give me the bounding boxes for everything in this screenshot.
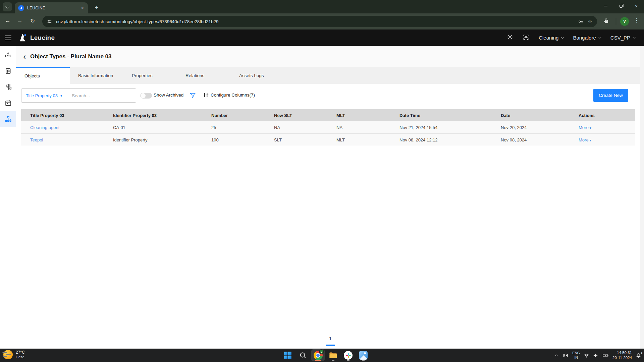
more-actions-dropdown[interactable]: More▾ (579, 137, 635, 142)
org-menu[interactable]: CSV_PP (610, 35, 635, 41)
desktop: LEUCINE × + × ← → ↻ csv.platform.leucine… (0, 0, 644, 362)
search-icon (299, 351, 307, 359)
taskbar-search-button[interactable] (296, 349, 310, 361)
taskbar: 27°C Haze V (0, 349, 644, 362)
sidebar-item-inbox[interactable] (0, 47, 16, 63)
object-title-link[interactable]: Cleaning agent (30, 125, 113, 130)
cell-number: 25 (211, 125, 274, 130)
page-title-row: ‹ Object Types - Plural Name 03 (16, 46, 640, 67)
inbox-tray-icon (5, 51, 12, 58)
lang-line1: ENG (572, 351, 580, 355)
sidebar-item-checklists[interactable] (0, 63, 16, 79)
chevron-down-icon (5, 4, 9, 8)
settings-gear-icon[interactable] (507, 34, 513, 42)
restore-button[interactable] (613, 0, 629, 12)
chevron-down-icon (598, 36, 601, 39)
hamburger-menu-icon[interactable] (5, 36, 11, 40)
sidebar-item-ontology[interactable] (0, 111, 16, 127)
sidebar-item-scheduler[interactable] (0, 95, 16, 111)
cell-date-time: Nov 08, 2024 12:12 (399, 137, 501, 142)
checklist-clipboard-icon (5, 67, 12, 74)
url-bar[interactable]: csv.platform.leucinetech.com/ontology/ob… (42, 16, 597, 27)
chrome-profile-badge: V (319, 349, 324, 354)
wifi-icon[interactable] (584, 353, 589, 358)
tab-properties[interactable]: Properties (123, 67, 177, 84)
use-case-label: Cleaning (539, 35, 558, 41)
volume-icon[interactable] (593, 353, 599, 358)
battery-icon[interactable] (602, 352, 609, 359)
password-key-icon[interactable] (578, 19, 584, 24)
back-chevron-icon[interactable]: ‹ (21, 52, 28, 61)
search-input[interactable] (67, 93, 136, 98)
browser-menu-icon[interactable]: ⋮ (634, 17, 639, 23)
taskbar-photos-button[interactable] (357, 349, 370, 361)
dnd-z-badge: z (641, 352, 643, 354)
configure-columns-button[interactable]: Configure Columns(7) (203, 92, 255, 98)
tab-label: Objects (24, 73, 40, 78)
use-case-menu[interactable]: Cleaning (539, 35, 564, 41)
show-archived-toggle[interactable] (140, 93, 152, 99)
scan-view-icon[interactable] (523, 34, 529, 42)
tab-objects[interactable]: Objects (16, 67, 70, 84)
cell-new-slt: SLT (274, 137, 336, 142)
objects-panel: Title Property 03 ▾ Show Archived Config… (16, 84, 640, 349)
back-icon[interactable]: ← (3, 17, 12, 24)
show-archived-label: Show Archived (154, 93, 183, 98)
tab-basic-information[interactable]: Basic Information (70, 67, 123, 84)
col-header-new-slt: New SLT (274, 113, 336, 118)
tab-relations[interactable]: Relations (177, 67, 231, 84)
start-button[interactable] (281, 349, 294, 361)
new-tab-button[interactable]: + (92, 3, 101, 12)
reload-icon[interactable]: ↻ (28, 17, 37, 24)
leucine-logo-icon (17, 33, 28, 43)
filter-funnel-icon[interactable] (190, 92, 196, 100)
close-button[interactable]: × (629, 0, 644, 12)
tab-search-button[interactable] (3, 2, 12, 11)
column-sliders-icon (203, 92, 209, 98)
forward-icon[interactable]: → (15, 17, 24, 24)
col-header-title: Title Property 03 (30, 113, 113, 118)
weather-temp: 27°C (16, 350, 25, 355)
taskbar-weather-widget[interactable]: 27°C Haze (3, 350, 25, 359)
minimize-button[interactable] (598, 0, 613, 12)
taskbar-clock[interactable]: 14:50:31 20-11-2024 (612, 350, 632, 360)
tab-assets-logs[interactable]: Assets Logs (231, 67, 284, 84)
page-number[interactable]: 1 (322, 336, 339, 341)
cell-identifier: Identifier Property (113, 137, 211, 142)
tab-close-icon[interactable]: × (80, 5, 85, 11)
filter-property-dropdown[interactable]: Title Property 03 ▾ (21, 89, 67, 102)
create-new-button[interactable]: Create New (593, 89, 628, 102)
facility-menu[interactable]: Bangalore (573, 35, 601, 41)
cell-date-time: Nov 21, 2024 15:54 (399, 125, 501, 130)
notification-bell-icon[interactable]: z (636, 353, 641, 358)
sidebar-item-workflows[interactable] (0, 79, 16, 95)
col-header-number: Number (211, 113, 274, 118)
profile-avatar[interactable]: V (620, 17, 629, 26)
tab-label: Basic Information (78, 73, 113, 78)
more-actions-dropdown[interactable]: More▾ (579, 125, 635, 130)
taskbar-center: V (281, 349, 370, 361)
cell-mlt: MLT (336, 137, 399, 142)
system-tray: ENG IN 14:50:31 20-11-2024 z (554, 349, 641, 362)
extensions-icon[interactable] (603, 18, 609, 25)
taskbar-chrome-button[interactable]: V (311, 349, 325, 361)
browser-tab[interactable]: LEUCINE × (15, 2, 88, 13)
calendar-icon (5, 100, 12, 107)
page-scrollbar[interactable] (640, 46, 644, 349)
object-title-link[interactable]: Teepol (30, 137, 113, 142)
site-info-icon[interactable] (47, 19, 52, 24)
taskbar-explorer-button[interactable] (326, 349, 340, 361)
taskbar-slack-button[interactable] (341, 349, 355, 361)
bookmark-star-icon[interactable]: ☆ (588, 18, 592, 25)
language-indicator[interactable]: ENG IN (572, 351, 580, 360)
caret-down-icon: ▾ (60, 94, 62, 98)
active-page-indicator (326, 345, 335, 346)
windows-start-icon (283, 351, 292, 360)
lang-line2: IN (572, 355, 580, 360)
announcements-icon[interactable] (562, 352, 569, 358)
col-header-actions: Actions (579, 113, 635, 118)
page-title: Object Types - Plural Name 03 (30, 53, 112, 60)
tray-chevron-up-icon[interactable] (554, 353, 559, 358)
brand: Leucine (17, 33, 55, 43)
url-text: csv.platform.leucinetech.com/ontology/ob… (56, 19, 574, 24)
